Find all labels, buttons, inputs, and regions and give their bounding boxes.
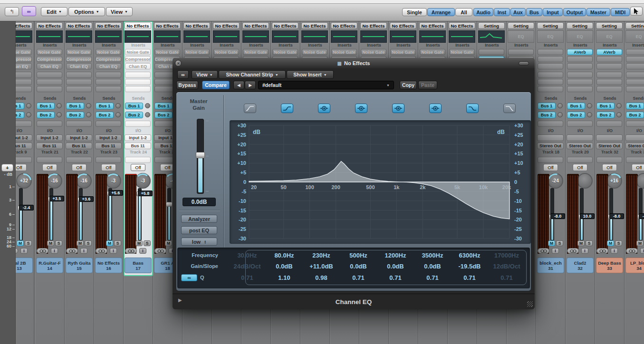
send-level-knob[interactable] [86, 112, 91, 117]
input-monitor-button[interactable]: I [139, 248, 146, 254]
mute-button[interactable]: M [577, 240, 585, 246]
mute-button[interactable]: M [17, 240, 24, 246]
track-name-label[interactable]: R.Guitar-F14 [36, 258, 63, 273]
send-level-knob[interactable] [26, 112, 31, 117]
filter-aux[interactable]: Aux [510, 8, 526, 16]
insert-slot-noise-gate[interactable]: Noise Gate [66, 49, 92, 55]
send-slot-bus-2[interactable]: Bus 2 [596, 112, 615, 118]
next-preset-button[interactable]: ▶ [245, 81, 256, 89]
group-slot[interactable] [538, 157, 563, 163]
link-button[interactable]: ∞ [22, 6, 36, 16]
insert-slot-noise-gate[interactable]: Noise Gate [37, 49, 62, 55]
insert-slot-chan-eq[interactable]: Chan EQ [96, 63, 121, 69]
group-slot[interactable] [37, 157, 62, 163]
solo-button[interactable]: S [114, 240, 121, 246]
pan-knob[interactable]: -16 [47, 173, 62, 189]
insert-slot-empty[interactable] [596, 79, 622, 85]
group-slot[interactable] [96, 157, 121, 163]
volume-fader[interactable] [167, 188, 171, 240]
solo-button[interactable]: S [144, 240, 151, 246]
band-7-frequency-value[interactable]: 6300Hz [452, 252, 488, 259]
mute-button[interactable]: M [47, 240, 54, 246]
solo-button[interactable]: S [85, 240, 92, 246]
channel-strip-34[interactable]: SettingEQInsertsSendsBus 1Bus 2I/OStereo… [625, 21, 644, 344]
insert-slot-empty[interactable] [626, 79, 644, 85]
insert-slot-chan-eq[interactable]: Chan EQ [66, 63, 92, 69]
automation-mode-button[interactable]: Off [543, 164, 558, 171]
input-monitor-button[interactable]: I [20, 248, 28, 254]
channel-setting-button[interactable]: No Effects [331, 22, 357, 29]
insert-slot-empty[interactable] [596, 86, 622, 92]
analyzer-resolution-stepper[interactable]: low ▲▼ [181, 238, 217, 246]
band-2-frequency-value[interactable]: 80.0Hz [266, 252, 302, 259]
eq-band-8-lowpass-button[interactable] [503, 104, 516, 113]
stereo-format-button[interactable] [96, 248, 107, 254]
add-strip-button[interactable]: + [1, 164, 13, 172]
insert-slot-empty[interactable] [96, 72, 121, 78]
channel-setting-button[interactable]: Setting [537, 22, 564, 29]
insert-slot-empty[interactable] [626, 63, 644, 69]
insert-slot-empty[interactable] [626, 56, 644, 62]
send-slot-empty[interactable] [125, 121, 151, 127]
channel-setting-button[interactable]: Setting [567, 22, 593, 29]
send-slot-empty[interactable] [626, 121, 644, 127]
send-slot-bus-1[interactable]: Bus 1 [125, 103, 143, 109]
eq-thumbnail[interactable] [272, 30, 298, 43]
insert-slot-empty[interactable] [596, 72, 622, 78]
plugin-title-bar[interactable]: ▦ No Effects [173, 58, 535, 68]
insert-slot-empty[interactable] [567, 72, 593, 78]
insert-slot-averb[interactable]: AVerb [596, 49, 622, 55]
eq-band-7-highshelf-button[interactable] [466, 104, 479, 113]
channel-setting-button[interactable]: No Effects [360, 22, 387, 29]
copy-button[interactable]: Copy [400, 81, 417, 89]
input-slot[interactable] [596, 134, 623, 141]
eq-band-2-lowshelf-button[interactable] [281, 104, 293, 113]
eq-thumbnail[interactable] [66, 30, 92, 43]
post-eq-button[interactable]: post EQ [181, 226, 217, 234]
filter-output[interactable]: Output [563, 8, 586, 16]
insert-slot-noise-gate[interactable]: Noise Gate [331, 49, 357, 55]
send-slot-empty[interactable] [66, 121, 92, 127]
insert-slot-empty[interactable] [596, 56, 622, 62]
band-5-q-value[interactable]: 0.71 [377, 274, 413, 281]
q-couple-link-button[interactable]: ∞ [181, 274, 197, 281]
insert-slot-noise-gate[interactable]: Noise Gate [125, 49, 151, 55]
bypass-button[interactable]: Bypass [176, 81, 198, 89]
channel-setting-button[interactable]: Setting [508, 22, 534, 29]
filter-audio[interactable]: Audio [473, 8, 493, 16]
channel-strip-17[interactable]: No EffectsInsertsNoise GateCompressorCha… [124, 21, 153, 344]
send-level-knob[interactable] [587, 103, 592, 108]
band-6-q-value[interactable]: 0.71 [414, 274, 451, 281]
eq-response-chart[interactable]: +30+30+25+25+20+20+15+15+10+10+5+500-5-5… [230, 121, 530, 243]
input-slot[interactable] [625, 134, 644, 141]
channel-setting-button[interactable]: No Effects [301, 22, 328, 29]
pan-knob[interactable]: -16 [76, 173, 92, 189]
filter-inst[interactable]: Inst [494, 8, 510, 16]
band-2-gain-value[interactable]: 0.0dB [266, 263, 302, 270]
automation-mode-button[interactable]: Off [101, 164, 116, 171]
eq-thumbnail[interactable] [36, 30, 63, 43]
eq-thumbnail[interactable]: EQ [567, 30, 593, 43]
menu-view[interactable]: View▼ [106, 7, 133, 16]
input-slot[interactable]: Input 1-2 [66, 134, 92, 141]
filter-midi[interactable]: MIDI [611, 8, 630, 16]
automation-mode-button[interactable]: Off [632, 164, 644, 171]
band-1-frequency-value[interactable]: 30.0Hz [229, 252, 265, 259]
group-slot[interactable] [125, 157, 151, 163]
send-slot-bus-2[interactable]: Bus 2 [96, 112, 114, 118]
eq-thumbnail[interactable]: EQ [537, 30, 564, 43]
band-4-gain-value[interactable]: 0.0dB [340, 263, 376, 270]
insert-slot-noise-gate[interactable]: Noise Gate [449, 49, 475, 55]
insert-slot-empty[interactable] [37, 79, 62, 85]
insert-slot-empty[interactable] [626, 49, 644, 55]
track-name-label[interactable]: LP_bloc34 [625, 258, 644, 273]
automation-mode-button[interactable]: Off [573, 164, 587, 171]
insert-slot-averb[interactable]: AVerb [567, 49, 593, 55]
insert-slot-noise-gate[interactable]: Noise Gate [243, 49, 269, 55]
input-slot[interactable]: Input 1-2 [36, 134, 63, 141]
mute-button[interactable]: M [636, 240, 644, 246]
insert-slot-compressor[interactable]: Compressor [96, 56, 121, 62]
send-slot-bus-2[interactable]: Bus 2 [66, 112, 84, 118]
band-7-q-value[interactable]: 0.71 [452, 274, 488, 281]
send-level-knob[interactable] [115, 103, 121, 108]
